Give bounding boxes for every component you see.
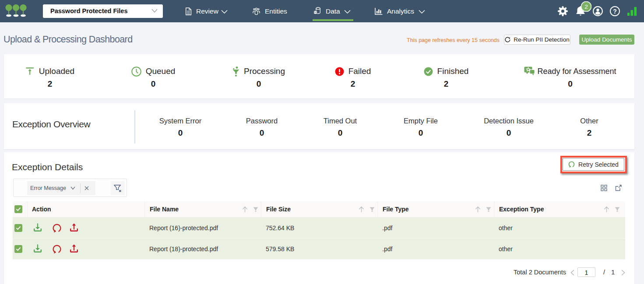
svg-text:?: ? <box>613 8 617 15</box>
svg-text:2: 2 <box>584 4 588 10</box>
